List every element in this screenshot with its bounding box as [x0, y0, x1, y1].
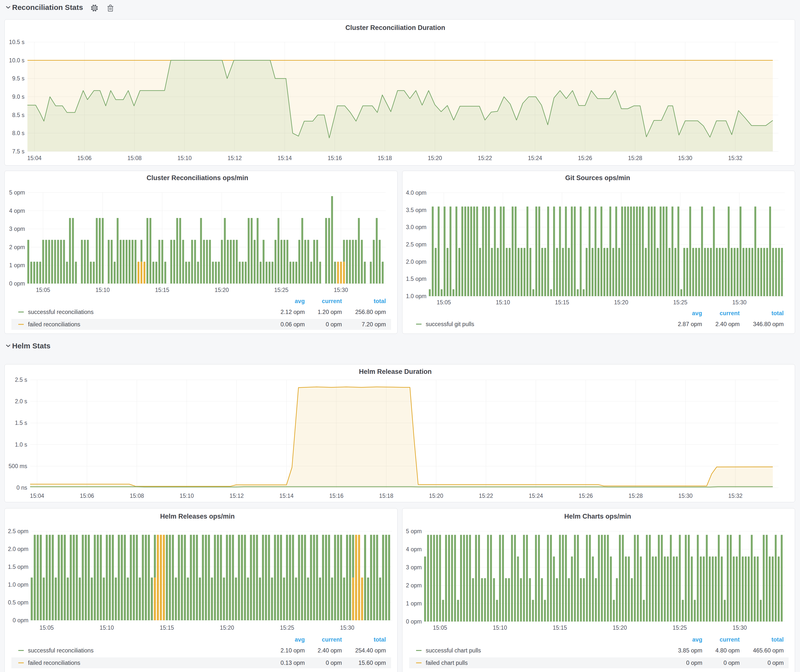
- svg-text:2 opm: 2 opm: [406, 582, 422, 589]
- svg-text:15:14: 15:14: [278, 155, 292, 161]
- svg-text:failed reconciliations: failed reconciliations: [28, 321, 80, 328]
- svg-text:15:12: 15:12: [227, 155, 242, 161]
- svg-text:15:06: 15:06: [80, 493, 94, 499]
- svg-text:15:32: 15:32: [728, 155, 742, 161]
- svg-text:15:30: 15:30: [334, 287, 348, 293]
- svg-text:0.5 opm: 0.5 opm: [8, 599, 29, 606]
- svg-text:15:10: 15:10: [178, 155, 192, 161]
- svg-text:0 opm: 0 opm: [9, 280, 25, 287]
- svg-text:Reconciliation Stats: Reconciliation Stats: [12, 3, 83, 11]
- svg-text:9.5 s: 9.5 s: [12, 75, 24, 82]
- svg-text:5 opm: 5 opm: [9, 189, 25, 196]
- svg-text:4.0 opm: 4.0 opm: [406, 190, 426, 196]
- svg-text:3.85 opm: 3.85 opm: [678, 647, 702, 654]
- svg-text:3 opm: 3 opm: [406, 564, 422, 571]
- svg-text:Helm Releases ops/min: Helm Releases ops/min: [160, 513, 235, 520]
- svg-text:15:08: 15:08: [130, 493, 144, 499]
- svg-text:10.0 s: 10.0 s: [9, 57, 24, 64]
- svg-text:15:16: 15:16: [328, 155, 342, 161]
- svg-text:15:30: 15:30: [732, 299, 747, 306]
- svg-text:0.06 opm: 0.06 opm: [280, 321, 305, 328]
- svg-text:15:16: 15:16: [329, 493, 344, 499]
- svg-text:15:15: 15:15: [160, 624, 174, 631]
- svg-text:Helm Charts ops/min: Helm Charts ops/min: [564, 513, 631, 520]
- svg-text:15:28: 15:28: [628, 155, 642, 161]
- svg-text:successful chart pulls: successful chart pulls: [426, 647, 481, 654]
- svg-text:0 opm: 0 opm: [326, 660, 342, 666]
- svg-text:15:22: 15:22: [479, 493, 493, 499]
- svg-text:Helm Stats: Helm Stats: [12, 342, 50, 350]
- svg-text:15:26: 15:26: [579, 493, 593, 499]
- svg-text:2.5 opm: 2.5 opm: [406, 241, 426, 248]
- svg-text:15:25: 15:25: [274, 287, 288, 293]
- svg-text:15:15: 15:15: [555, 299, 569, 306]
- svg-text:1 opm: 1 opm: [406, 600, 422, 607]
- svg-text:1.5 opm: 1.5 opm: [406, 276, 426, 282]
- svg-text:0 opm: 0 opm: [406, 618, 422, 625]
- svg-text:15:15: 15:15: [553, 624, 567, 631]
- svg-text:15:18: 15:18: [378, 155, 392, 161]
- svg-text:465.60 opm: 465.60 opm: [753, 647, 784, 654]
- svg-text:8.0 s: 8.0 s: [12, 130, 24, 136]
- svg-text:15:20: 15:20: [613, 624, 627, 631]
- svg-text:Git Sources ops/min: Git Sources ops/min: [565, 174, 630, 182]
- svg-text:Cluster Reconciliations ops/mi: Cluster Reconciliations ops/min: [146, 174, 248, 182]
- svg-text:15:25: 15:25: [280, 624, 294, 631]
- svg-text:15:20: 15:20: [429, 493, 443, 499]
- svg-text:5 opm: 5 opm: [406, 528, 422, 534]
- svg-text:15:15: 15:15: [155, 287, 170, 293]
- svg-text:0 opm: 0 opm: [686, 660, 702, 666]
- svg-text:4 opm: 4 opm: [9, 208, 25, 214]
- svg-text:15:32: 15:32: [728, 493, 742, 499]
- svg-text:2 opm: 2 opm: [9, 244, 25, 250]
- svg-text:15:28: 15:28: [629, 493, 643, 499]
- svg-text:2.5 s: 2.5 s: [15, 377, 27, 383]
- svg-text:total: total: [374, 298, 386, 304]
- svg-text:15:20: 15:20: [614, 299, 628, 306]
- svg-text:2.0 s: 2.0 s: [15, 398, 27, 405]
- svg-text:0 opm: 0 opm: [723, 660, 740, 666]
- svg-text:2.0 opm: 2.0 opm: [8, 546, 29, 552]
- svg-text:1.0 opm: 1.0 opm: [406, 293, 426, 299]
- svg-text:15:30: 15:30: [733, 624, 747, 631]
- svg-text:15:24: 15:24: [528, 155, 542, 161]
- svg-text:1.5 opm: 1.5 opm: [8, 564, 29, 570]
- svg-text:15:10: 15:10: [179, 493, 194, 499]
- svg-text:2.5 opm: 2.5 opm: [8, 528, 29, 534]
- svg-text:avg: avg: [693, 636, 702, 643]
- svg-text:15:06: 15:06: [77, 155, 92, 161]
- svg-text:15:25: 15:25: [673, 624, 687, 631]
- svg-text:0 ns: 0 ns: [17, 485, 27, 491]
- svg-text:15:30: 15:30: [678, 493, 693, 499]
- svg-text:avg: avg: [295, 298, 305, 304]
- svg-text:1.0 s: 1.0 s: [15, 442, 27, 448]
- svg-text:1.0 opm: 1.0 opm: [8, 581, 29, 588]
- svg-text:15:18: 15:18: [379, 493, 394, 499]
- svg-text:15:05: 15:05: [433, 624, 447, 631]
- svg-text:256.80 opm: 256.80 opm: [355, 309, 386, 315]
- svg-text:15:08: 15:08: [127, 155, 142, 161]
- svg-text:4.80 opm: 4.80 opm: [715, 647, 740, 654]
- svg-text:2.10 opm: 2.10 opm: [280, 647, 305, 654]
- svg-text:current: current: [720, 636, 740, 643]
- svg-text:15:05: 15:05: [40, 624, 54, 631]
- svg-text:total: total: [771, 310, 784, 317]
- svg-text:Cluster Reconciliation Duratio: Cluster Reconciliation Duration: [345, 24, 445, 31]
- svg-text:15:25: 15:25: [673, 299, 688, 306]
- svg-text:total: total: [374, 636, 386, 643]
- svg-text:1 opm: 1 opm: [9, 262, 25, 269]
- svg-text:0.13 opm: 0.13 opm: [280, 660, 305, 666]
- svg-text:15:10: 15:10: [496, 299, 510, 306]
- svg-text:avg: avg: [295, 636, 305, 643]
- svg-text:failed chart pulls: failed chart pulls: [426, 660, 468, 666]
- svg-text:15:12: 15:12: [230, 493, 244, 499]
- svg-text:10.5 s: 10.5 s: [9, 39, 24, 45]
- svg-text:15.60 opm: 15.60 opm: [358, 660, 386, 666]
- svg-text:4 opm: 4 opm: [406, 546, 422, 552]
- svg-text:Helm Release Duration: Helm Release Duration: [359, 368, 432, 375]
- svg-text:254.40 opm: 254.40 opm: [355, 647, 386, 654]
- svg-text:15:05: 15:05: [437, 299, 451, 306]
- svg-text:15:20: 15:20: [220, 624, 234, 631]
- svg-text:current: current: [322, 298, 342, 304]
- svg-text:successful git pulls: successful git pulls: [426, 321, 474, 327]
